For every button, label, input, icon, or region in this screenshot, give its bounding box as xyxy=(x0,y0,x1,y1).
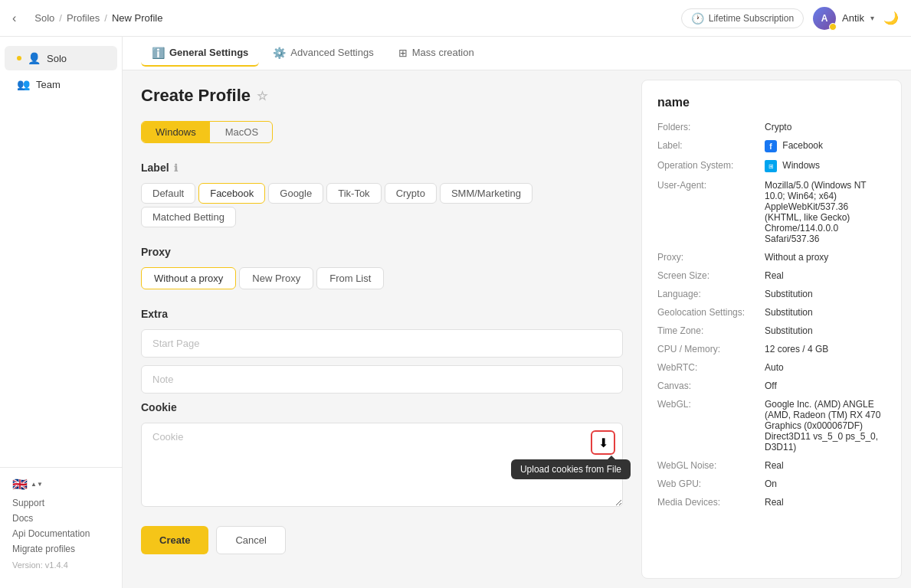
preview-val-webrtc: Auto xyxy=(765,362,886,373)
api-docs-link[interactable]: Api Documentation xyxy=(12,528,110,539)
preview-row-webrtc: WebRTC: Auto xyxy=(657,362,886,373)
active-dot xyxy=(17,56,21,60)
preview-row-timezone: Time Zone: Substitution xyxy=(657,325,886,336)
action-buttons: Create Cancel xyxy=(141,526,623,554)
label-tab-tiktok[interactable]: Tik-Tok xyxy=(326,183,381,204)
preview-key-language: Language: xyxy=(657,289,765,299)
clock-icon: 🕐 xyxy=(691,12,704,24)
preview-panel: name Folders: Crypto Label: f Facebook O… xyxy=(641,80,902,579)
user-badge[interactable]: A Antik ▾ xyxy=(813,7,874,30)
label-info-icon: ℹ xyxy=(174,162,178,174)
create-button[interactable]: Create xyxy=(141,526,208,554)
preview-row-language: Language: Substitution xyxy=(657,289,886,299)
user-icon: 👤 xyxy=(28,52,41,64)
gear-tab-icon: ⚙️ xyxy=(273,47,286,59)
preview-val-webgpu: On xyxy=(765,479,886,489)
sidebar-item-team[interactable]: 👥 Team xyxy=(5,72,117,96)
preview-key-os: Operation System: xyxy=(657,160,765,172)
label-tab-crypto[interactable]: Crypto xyxy=(385,183,437,204)
tab-general-label: General Settings xyxy=(169,47,248,58)
star-icon[interactable]: ☆ xyxy=(257,89,267,103)
preview-val-geolocation: Substitution xyxy=(765,307,886,318)
breadcrumb-solo[interactable]: Solo xyxy=(34,12,54,24)
preview-key-webgl: WebGL: xyxy=(657,399,765,452)
avatar-dot xyxy=(829,23,837,31)
sidebar-footer: 🇬🇧 ▲▼ Support Docs Api Documentation Mig… xyxy=(0,467,122,579)
preview-key-screen: Screen Size: xyxy=(657,270,765,281)
sidebar-item-solo[interactable]: 👤 Solo xyxy=(5,46,117,70)
tab-advanced-label: Advanced Settings xyxy=(290,47,373,58)
proxy-tab-list[interactable]: From List xyxy=(316,267,384,289)
start-page-input[interactable] xyxy=(141,329,623,358)
sidebar-nav: 👤 Solo 👥 Team xyxy=(0,46,122,467)
preview-key-webgl-noise: WebGL Noise: xyxy=(657,460,765,471)
preview-row-media: Media Devices: Real xyxy=(657,497,886,508)
team-icon: 👥 xyxy=(17,78,30,90)
support-link[interactable]: Support xyxy=(12,498,110,508)
proxy-tab-without[interactable]: Without a proxy xyxy=(141,267,236,289)
preview-row-folders: Folders: Crypto xyxy=(657,122,886,132)
cookie-section-header: Cookie xyxy=(141,401,623,413)
preview-key-timezone: Time Zone: xyxy=(657,325,765,336)
preview-val-timezone: Substitution xyxy=(765,325,886,336)
preview-row-cpu: CPU / Memory: 12 cores / 4 GB xyxy=(657,344,886,354)
sidebar: 👤 Solo 👥 Team 🇬🇧 ▲▼ Support Docs Api Doc… xyxy=(0,37,123,588)
preview-key-media: Media Devices: xyxy=(657,497,765,508)
migrate-link[interactable]: Migrate profiles xyxy=(12,544,110,554)
preview-title: name xyxy=(657,96,886,109)
lang-arrows[interactable]: ▲▼ xyxy=(31,481,43,488)
form-panel: Create Profile ☆ Windows MacOS Label ℹ D… xyxy=(123,70,641,588)
label-tab-smm[interactable]: SMM/Marketing xyxy=(440,183,533,204)
sidebar-team-label: Team xyxy=(36,79,61,90)
cancel-button[interactable]: Cancel xyxy=(216,526,285,554)
docs-link[interactable]: Docs xyxy=(12,513,110,524)
os-btn-macos[interactable]: MacOS xyxy=(211,122,272,142)
avatar: A xyxy=(813,7,836,30)
preview-row-geolocation: Geolocation Settings: Substitution xyxy=(657,307,886,318)
grid-tab-icon: ⊞ xyxy=(398,47,408,59)
preview-row-label: Label: f Facebook xyxy=(657,140,886,152)
proxy-tabs: Without a proxy New Proxy From List xyxy=(141,267,623,289)
note-input[interactable] xyxy=(141,365,623,394)
extra-section-header: Extra xyxy=(141,308,623,320)
preview-row-os: Operation System: ⊞ Windows xyxy=(657,160,886,172)
content-area: Create Profile ☆ Windows MacOS Label ℹ D… xyxy=(123,70,911,588)
tab-mass-creation[interactable]: ⊞ Mass creation xyxy=(388,41,485,67)
preview-val-media: Real xyxy=(765,497,886,508)
label-tab-matched[interactable]: Matched Betting xyxy=(141,207,236,227)
label-tab-default[interactable]: Default xyxy=(141,183,195,204)
theme-toggle-button[interactable]: 🌙 xyxy=(883,11,899,25)
sidebar-solo-label: Solo xyxy=(47,53,67,64)
subscription-badge: 🕐 Lifetime Subscription xyxy=(681,8,804,28)
tab-general-settings[interactable]: ℹ️ General Settings xyxy=(141,41,259,67)
preview-row-webgpu: Web GPU: On xyxy=(657,479,886,489)
preview-row-webgl: WebGL: Google Inc. (AMD) ANGLE (AMD, Rad… xyxy=(657,399,886,452)
subscription-label: Lifetime Subscription xyxy=(709,13,794,24)
preview-key-webrtc: WebRTC: xyxy=(657,362,765,373)
upload-icon: ⬇ xyxy=(598,436,608,450)
tab-advanced-settings[interactable]: ⚙️ Advanced Settings xyxy=(262,41,384,67)
label-tab-facebook[interactable]: Facebook xyxy=(198,183,265,204)
preview-key-canvas: Canvas: xyxy=(657,381,765,391)
cookie-upload-button[interactable]: ⬇ xyxy=(591,430,615,455)
breadcrumb-profiles[interactable]: Profiles xyxy=(67,12,100,24)
preview-val-os: ⊞ Windows xyxy=(765,160,886,172)
preview-key-useragent: User-Agent: xyxy=(657,180,765,244)
proxy-tab-new[interactable]: New Proxy xyxy=(239,267,313,289)
username-label: Antik xyxy=(842,12,864,24)
label-tab-google[interactable]: Google xyxy=(268,183,323,204)
chevron-down-icon: ▾ xyxy=(870,14,874,22)
version-label: Version: v1.4.4 xyxy=(12,560,110,570)
os-btn-windows[interactable]: Windows xyxy=(142,122,210,142)
back-button[interactable]: ‹ xyxy=(12,11,16,25)
preview-val-useragent: Mozilla/5.0 (Windows NT 10.0; Win64; x64… xyxy=(765,180,886,244)
tab-mass-label: Mass creation xyxy=(412,47,474,58)
preview-val-folders: Crypto xyxy=(765,122,886,132)
breadcrumb: Solo / Profiles / New Profile xyxy=(34,12,162,24)
preview-val-screen: Real xyxy=(765,270,886,281)
cookie-area: ⬇ Upload cookies from File xyxy=(141,423,623,517)
preview-key-label: Label: xyxy=(657,140,765,152)
flag-uk[interactable]: 🇬🇧 xyxy=(12,477,28,492)
page-title: Create Profile ☆ xyxy=(141,86,623,106)
windows-icon: ⊞ xyxy=(765,160,777,172)
